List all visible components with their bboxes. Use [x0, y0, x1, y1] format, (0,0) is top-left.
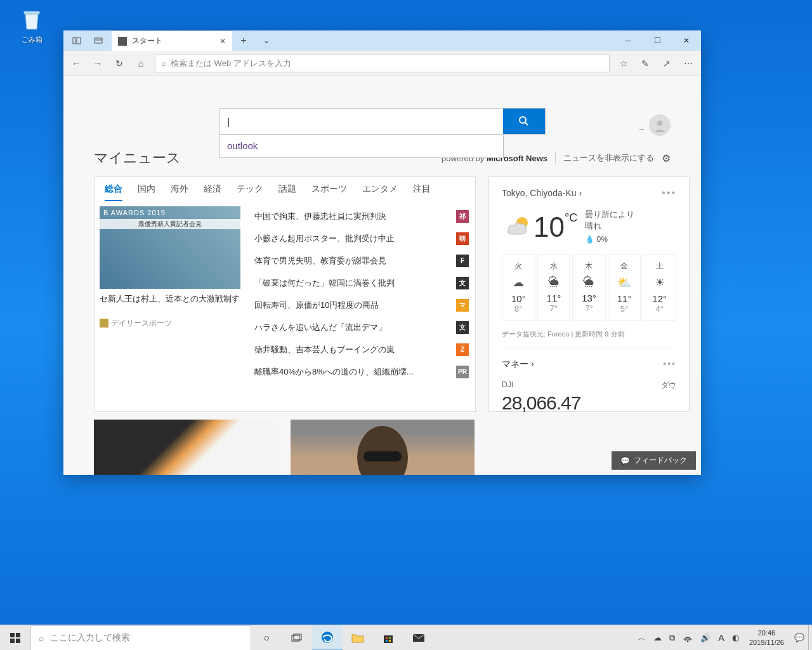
svg-rect-18: [386, 640, 388, 642]
news-tab[interactable]: 国内: [138, 183, 155, 201]
news-tab[interactable]: 話題: [278, 183, 296, 201]
new-tab-button[interactable]: +: [232, 30, 255, 51]
index-symbol: DJI: [502, 380, 513, 391]
tray-volume-icon[interactable]: 🔊: [697, 633, 714, 642]
forecast-day[interactable]: 土☀12°4°: [643, 254, 676, 321]
headline-row[interactable]: 「破棄は何だった」韓国に渦巻く批判文: [254, 272, 469, 294]
svg-rect-7: [363, 451, 402, 461]
app-store[interactable]: [373, 625, 403, 651]
forecast-day[interactable]: 木🌦13°7°: [572, 254, 606, 321]
news-image-card-1[interactable]: [94, 420, 278, 475]
headline-row[interactable]: ハラさんを追い込んだ「流出デマ」文: [254, 316, 469, 338]
maximize-button[interactable]: ☐: [643, 30, 672, 51]
weather-location[interactable]: Tokyo, Chiyoda-Ku ›: [502, 187, 582, 199]
show-desktop-button[interactable]: [808, 625, 812, 651]
notes-button[interactable]: ✎: [638, 56, 653, 71]
headline-row[interactable]: 体育で男児失明、教育委が謝罪会見F: [254, 249, 469, 272]
news-tab[interactable]: 注目: [413, 183, 431, 201]
svg-rect-10: [10, 639, 15, 643]
news-tab[interactable]: テック: [237, 183, 263, 201]
headline-row[interactable]: 中国で拘束、伊藤忠社員に実刑判決祁: [254, 205, 469, 227]
active-tab[interactable]: スタート ✕: [112, 30, 232, 51]
favorites-button[interactable]: ☆: [616, 56, 631, 71]
refresh-button[interactable]: ↻: [112, 56, 127, 71]
tray-network-icon[interactable]: [679, 633, 697, 642]
weather-temp: 10: [534, 211, 565, 243]
cortana-icon[interactable]: ○: [251, 625, 282, 651]
money-title[interactable]: マネー: [502, 359, 528, 370]
svg-rect-19: [389, 640, 391, 642]
tray-ime-icon[interactable]: A: [714, 632, 728, 643]
home-button[interactable]: ⌂: [133, 56, 148, 71]
address-placeholder: 検索または Web アドレスを入力: [171, 58, 291, 69]
page-search-input[interactable]: [219, 109, 503, 134]
taskbar-search[interactable]: ⌕ ここに入力して検索: [30, 625, 251, 651]
money-menu-icon[interactable]: •••: [663, 359, 676, 370]
recycle-bin[interactable]: ごみ箱: [13, 6, 51, 44]
tray-chevron-icon[interactable]: ︿: [634, 632, 650, 644]
close-window-button[interactable]: ✕: [672, 30, 701, 51]
svg-point-4: [657, 121, 662, 126]
tab-title: スタート: [132, 36, 214, 46]
feedback-button[interactable]: 💬 フィードバック: [612, 451, 696, 470]
news-tab[interactable]: スポーツ: [311, 183, 347, 201]
forecast-day[interactable]: 火☁10°8°: [502, 254, 535, 321]
featured-source: デイリースポーツ: [100, 318, 240, 329]
app-mail[interactable]: [403, 625, 434, 651]
tab-close-icon[interactable]: ✕: [219, 37, 226, 46]
headline-row[interactable]: 徳井騒動、吉本芸人もブーイングの嵐Z: [254, 338, 469, 361]
forecast-day[interactable]: 金⛅11°5°: [608, 254, 641, 321]
search-icon: ⌕: [39, 633, 44, 643]
weather-menu-icon[interactable]: •••: [662, 187, 676, 199]
featured-title: セ新人王は村上、近本との大激戦制す: [100, 293, 240, 305]
headline-row[interactable]: 回転寿司、原価が10円程度の商品マ: [254, 294, 469, 316]
hide-news-link[interactable]: ニュースを非表示にする: [555, 152, 654, 164]
search-suggestion[interactable]: outlook: [219, 135, 504, 158]
tray-clock[interactable]: 20:46 2019/11/26: [743, 628, 790, 647]
minimize-button[interactable]: ─: [613, 30, 643, 51]
more-button[interactable]: ⋯: [681, 56, 696, 71]
address-bar[interactable]: ⌕ 検索または Web アドレスを入力: [155, 55, 610, 72]
svg-rect-9: [16, 633, 20, 637]
tray-ime-mode-icon[interactable]: ◐: [728, 633, 743, 642]
tab-aside-icon[interactable]: [67, 30, 86, 51]
news-tab[interactable]: 総合: [105, 183, 122, 201]
toolbar: ← → ↻ ⌂ ⌕ 検索または Web アドレスを入力 ☆ ✎ ↗ ⋯: [63, 51, 701, 76]
weather-unit: °C: [565, 211, 577, 225]
tray-vm-icon[interactable]: ⧉: [665, 633, 679, 643]
profile-avatar-icon[interactable]: [649, 114, 671, 136]
search-icon: ⌕: [162, 58, 167, 68]
svg-rect-8: [10, 633, 15, 637]
app-explorer[interactable]: [343, 625, 373, 651]
app-edge[interactable]: [312, 625, 343, 651]
forward-button[interactable]: →: [90, 56, 105, 71]
profile-name: _: [639, 121, 644, 130]
page-search-button[interactable]: [503, 109, 545, 134]
taskbar: ⌕ ここに入力して検索 ○ ︿ ☁ ⧉ 🔊 A ◐ 20:46 2019/11/…: [0, 625, 812, 650]
settings-icon[interactable]: ⚙: [662, 152, 671, 164]
browser-window: スタート ✕ + ⌄ ─ ☐ ✕ ← → ↻ ⌂ ⌕ 検索または Web アドレ…: [63, 30, 701, 475]
weather-now-icon: [502, 211, 534, 243]
headline-row[interactable]: 離職率40%から8%への道のり、組織崩壊...PR: [254, 361, 469, 383]
back-button[interactable]: ←: [69, 56, 84, 71]
weather-attribution: データ提供元: Foreca | 更新時間 9 分前: [502, 329, 676, 348]
tray-notifications-icon[interactable]: 💬: [790, 633, 808, 642]
news-image-card-2[interactable]: [291, 420, 475, 475]
index-value: 28,066.47: [502, 392, 676, 414]
news-tab[interactable]: 経済: [204, 183, 221, 201]
news-tab[interactable]: エンタメ: [362, 183, 398, 201]
news-tab[interactable]: 海外: [171, 183, 188, 201]
index-name: ダウ: [661, 380, 676, 391]
tray-onedrive-icon[interactable]: ☁: [650, 633, 665, 642]
featured-story[interactable]: B AWARDS 2019 最優秀新人賞記者会見 セ新人王は村上、近本との大激戦…: [95, 201, 240, 387]
titlebar[interactable]: スタート ✕ + ⌄ ─ ☐ ✕: [63, 30, 701, 51]
headline-row[interactable]: 小籔さん起用ポスター、批判受け中止朝: [254, 227, 469, 249]
tab-menu-icon[interactable]: ⌄: [255, 30, 278, 51]
task-view-icon[interactable]: [282, 625, 312, 651]
start-button[interactable]: [0, 625, 30, 651]
svg-rect-11: [16, 639, 20, 643]
weather-desc: 曇り所により晴れ: [585, 209, 642, 232]
tab-preview-icon[interactable]: [89, 30, 108, 51]
share-button[interactable]: ↗: [659, 56, 674, 71]
forecast-day[interactable]: 水🌦11°7°: [537, 254, 571, 321]
